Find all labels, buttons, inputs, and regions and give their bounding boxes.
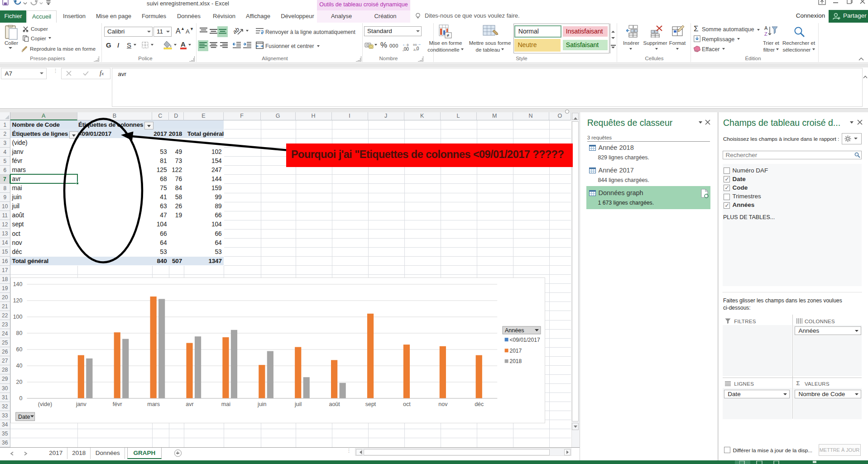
svg-text:déc: déc — [475, 401, 484, 407]
svg-text:oct: oct — [403, 401, 411, 407]
svg-text:20: 20 — [16, 379, 23, 385]
svg-text:80: 80 — [16, 330, 23, 336]
svg-text:avr: avr — [186, 401, 193, 407]
svg-text:60: 60 — [16, 346, 23, 353]
svg-text:120: 120 — [13, 297, 23, 304]
svg-text:nov: nov — [438, 401, 448, 407]
svg-text:janv: janv — [76, 401, 87, 407]
svg-text:2018: 2018 — [510, 358, 522, 364]
svg-text:A: A — [764, 25, 768, 31]
svg-text:mars: mars — [147, 401, 160, 407]
svg-text:août: août — [329, 401, 340, 407]
svg-text:2017: 2017 — [510, 348, 522, 354]
svg-text:40: 40 — [16, 363, 23, 369]
svg-text:<09/01/2017: <09/01/2017 — [510, 337, 540, 343]
svg-text:févr: févr — [113, 401, 122, 407]
svg-text:mai: mai — [221, 401, 230, 407]
svg-text:≠: ≠ — [446, 33, 449, 38]
svg-text:Date: Date — [18, 414, 30, 420]
svg-text:(vide): (vide) — [38, 401, 52, 407]
svg-text:0: 0 — [19, 395, 23, 402]
svg-text:140: 140 — [13, 281, 23, 287]
svg-text:juin: juin — [257, 401, 267, 407]
svg-text:100: 100 — [13, 314, 23, 320]
svg-text:Z: Z — [764, 31, 767, 37]
svg-text:juil: juil — [294, 401, 302, 407]
svg-text:Années: Années — [505, 327, 524, 334]
svg-text:sept: sept — [365, 401, 376, 407]
